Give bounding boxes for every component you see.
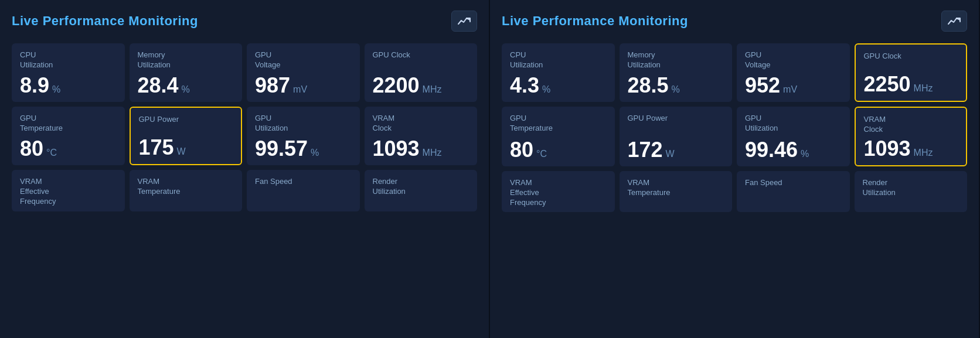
mem-util-label-left: MemoryUtilization bbox=[138, 50, 234, 70]
gpu-power-label-left: GPU Power bbox=[139, 115, 233, 125]
gpu-volt-label-left: GPUVoltage bbox=[255, 50, 352, 70]
cpu-util-value-right: 4.3 bbox=[510, 75, 539, 96]
gpu-power-left: GPU Power 175 W bbox=[130, 107, 243, 165]
vram-effective-right: VRAMEffectiveFrequency bbox=[502, 171, 615, 213]
gpu-util-unit-left: % bbox=[311, 148, 319, 158]
gpu-clock-unit-left: MHz bbox=[423, 84, 442, 95]
render-utilization-right: RenderUtilization bbox=[855, 171, 968, 213]
cpu-util-label-left: CPUUtilization bbox=[20, 50, 117, 70]
vram-eff-label-left: VRAMEffectiveFrequency bbox=[20, 177, 117, 207]
gpu-temp-label-left: GPUTemperature bbox=[20, 114, 117, 134]
gpu-volt-label-right: GPUVoltage bbox=[745, 50, 842, 70]
chart-icon-btn-right[interactable] bbox=[941, 11, 967, 32]
fan-speed-left: Fan Speed bbox=[247, 170, 360, 211]
gpu-power-unit-left: W bbox=[177, 146, 186, 157]
panel-header-left: Live Performance Monitoring bbox=[12, 11, 477, 32]
mem-util-label-right: MemoryUtilization bbox=[628, 50, 724, 70]
vram-temperature-right: VRAMTemperature bbox=[620, 171, 733, 213]
vram-clock-value-right: 1093 bbox=[864, 138, 911, 159]
gpu-volt-unit-right: mV bbox=[783, 84, 797, 95]
right-panel: Live Performance Monitoring CPUUtilizati… bbox=[490, 0, 980, 338]
gpu-util-value-left: 99.57 bbox=[255, 138, 308, 159]
render-utilization-left: RenderUtilization bbox=[365, 170, 478, 211]
gpu-clock-unit-right: MHz bbox=[914, 83, 933, 94]
mem-util-value-right: 28.5 bbox=[628, 75, 669, 96]
vram-temp-label-left: VRAMTemperature bbox=[138, 177, 234, 197]
gpu-util-unit-right: % bbox=[801, 149, 809, 159]
gpu-power-value-right: 172 bbox=[628, 139, 663, 161]
vram-clock-unit-left: MHz bbox=[423, 148, 442, 158]
panel-header-right: Live Performance Monitoring bbox=[502, 11, 967, 32]
gpu-voltage-right: GPUVoltage 952 mV bbox=[737, 43, 850, 102]
vram-temp-label-right: VRAMTemperature bbox=[628, 178, 724, 198]
memory-utilization-left: MemoryUtilization 28.4 % bbox=[130, 43, 243, 102]
gpu-temperature-left: GPUTemperature 80 °C bbox=[12, 107, 125, 165]
chart-icon-btn-left[interactable] bbox=[451, 11, 477, 32]
cpu-util-unit-left: % bbox=[52, 84, 60, 95]
render-util-label-right: RenderUtilization bbox=[863, 178, 959, 198]
gpu-voltage-left: GPUVoltage 987 mV bbox=[247, 43, 360, 102]
vram-clock-value-left: 1093 bbox=[373, 138, 420, 159]
vram-clock-unit-right: MHz bbox=[914, 148, 933, 158]
gpu-temp-unit-left: °C bbox=[46, 148, 57, 158]
gpu-temp-value-right: 80 bbox=[510, 139, 533, 161]
fan-speed-right: Fan Speed bbox=[737, 171, 850, 213]
vram-clock-left: VRAMClock 1093 MHz bbox=[365, 107, 478, 165]
gpu-util-value-right: 99.46 bbox=[745, 139, 798, 161]
vram-clock-label-left: VRAMClock bbox=[373, 114, 469, 134]
mem-util-value-left: 28.4 bbox=[138, 75, 179, 96]
mem-util-unit-left: % bbox=[182, 84, 190, 95]
vram-temperature-left: VRAMTemperature bbox=[130, 170, 243, 211]
mem-util-unit-right: % bbox=[672, 84, 680, 95]
cpu-util-label-right: CPUUtilization bbox=[510, 50, 607, 70]
gpu-utilization-left: GPUUtilization 99.57 % bbox=[247, 107, 360, 165]
cpu-util-value-left: 8.9 bbox=[20, 75, 49, 96]
render-util-label-left: RenderUtilization bbox=[373, 177, 469, 197]
cpu-util-unit-right: % bbox=[542, 84, 550, 95]
gpu-temperature-right: GPUTemperature 80 °C bbox=[502, 107, 615, 166]
left-panel: Live Performance Monitoring CPUUtilizati… bbox=[0, 0, 490, 338]
gpu-temp-value-left: 80 bbox=[20, 138, 43, 159]
gpu-util-label-left: GPUUtilization bbox=[255, 114, 352, 134]
gpu-clock-right: GPU Clock 2250 MHz bbox=[855, 43, 968, 102]
gpu-power-label-right: GPU Power bbox=[628, 114, 724, 124]
fan-speed-label-left: Fan Speed bbox=[255, 177, 352, 187]
gpu-clock-label-left: GPU Clock bbox=[373, 50, 469, 60]
cpu-utilization-left: CPUUtilization 8.9 % bbox=[12, 43, 125, 102]
gpu-volt-unit-left: mV bbox=[293, 84, 307, 95]
gpu-clock-value-left: 2200 bbox=[373, 75, 420, 96]
gpu-volt-value-left: 987 bbox=[255, 75, 290, 96]
gpu-power-right: GPU Power 172 W bbox=[620, 107, 733, 166]
vram-effective-left: VRAMEffectiveFrequency bbox=[12, 170, 125, 211]
gpu-utilization-right: GPUUtilization 99.46 % bbox=[737, 107, 850, 166]
gpu-power-unit-right: W bbox=[666, 149, 675, 159]
gpu-clock-label-right: GPU Clock bbox=[864, 52, 958, 62]
memory-utilization-right: MemoryUtilization 28.5 % bbox=[620, 43, 733, 102]
gpu-clock-left: GPU Clock 2200 MHz bbox=[365, 43, 478, 102]
vram-clock-label-right: VRAMClock bbox=[864, 115, 958, 135]
panel-title-left: Live Performance Monitoring bbox=[12, 13, 198, 29]
gpu-clock-value-right: 2250 bbox=[864, 74, 911, 95]
gpu-temp-label-right: GPUTemperature bbox=[510, 114, 607, 134]
vram-clock-right: VRAMClock 1093 MHz bbox=[855, 107, 968, 166]
panel-title-right: Live Performance Monitoring bbox=[502, 13, 688, 29]
gpu-util-label-right: GPUUtilization bbox=[745, 114, 842, 134]
gpu-power-value-left: 175 bbox=[139, 137, 174, 158]
gpu-volt-value-right: 952 bbox=[745, 75, 780, 96]
vram-eff-label-right: VRAMEffectiveFrequency bbox=[510, 178, 607, 208]
cpu-utilization-right: CPUUtilization 4.3 % bbox=[502, 43, 615, 102]
fan-speed-label-right: Fan Speed bbox=[745, 178, 842, 188]
gpu-temp-unit-right: °C bbox=[536, 149, 547, 159]
